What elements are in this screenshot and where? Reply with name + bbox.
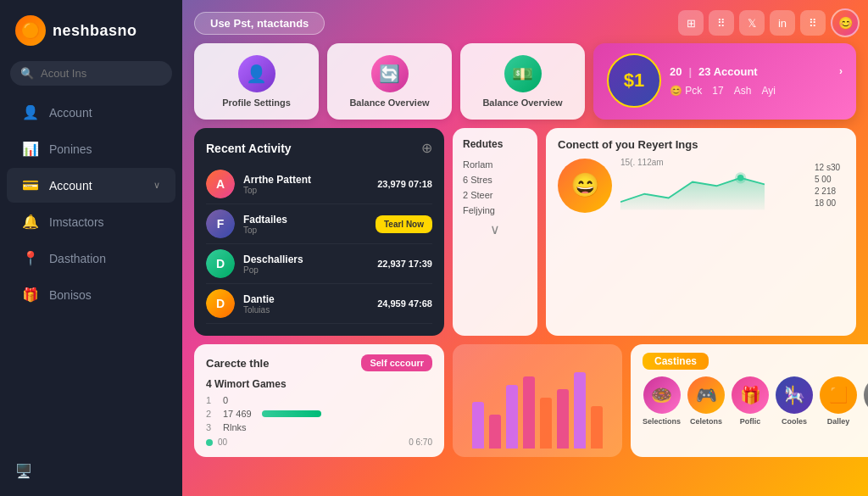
dots-icon-btn[interactable]: ⠿ — [800, 10, 826, 36]
activity-name-4: Dantie — [243, 293, 369, 305]
quick-card-profile[interactable]: 👤 Profile Settings — [194, 43, 319, 120]
bar-0 — [472, 402, 484, 449]
bonisos-icon: 🎁 — [22, 287, 39, 303]
trc-numbers: 20 | 23 Account › — [670, 65, 843, 78]
recent-activity-card: Recent Activity ⊕ A Arrthe Pattent Top 2… — [194, 128, 444, 336]
sidebar-item-account1[interactable]: 👤 Account — [7, 95, 175, 130]
connect-card: Conectt of you Reyert Ings 😄 15(. 112am — [546, 128, 856, 336]
sidebar: 🟠 neshbasno 🔍 👤 Account 📊 Ponines 💳 Acco… — [0, 0, 182, 496]
activity-info-2: Fadtailes Top — [243, 214, 367, 235]
apps-icon-btn[interactable]: ⠿ — [709, 10, 734, 36]
imstactors-icon: 🔔 — [22, 214, 39, 230]
search-input[interactable] — [41, 67, 162, 80]
sidebar-item-ponines[interactable]: 📊 Ponines — [7, 131, 175, 166]
trc-divider: | — [688, 65, 692, 78]
bottom-icon: 🖥️ — [15, 463, 32, 479]
castines-item-poflic[interactable]: 🎁 Poflic — [732, 376, 769, 426]
main-header: ⊞ ⠿ 𝕏 in ⠿ 😊 — [678, 8, 860, 37]
castines-item-dalley[interactable]: 🟧 Dalley — [820, 376, 857, 426]
activity-item-3: D Deschalliers Pop 22,937 17:39 — [206, 244, 432, 284]
wimort-footer: 00 0 6:70 — [206, 437, 432, 447]
redutes-more[interactable]: ∨ — [463, 221, 527, 237]
activity-amount-4: 24,959 47:68 — [377, 298, 432, 309]
grid-icon-btn[interactable]: ⊞ — [678, 10, 704, 36]
balance2-icon: 💵 — [504, 55, 542, 92]
sidebar-item-label: Dasthation — [49, 252, 106, 265]
trc-sub-ash: Ash — [734, 85, 752, 97]
chevron-right-icon[interactable]: › — [839, 65, 843, 77]
logo-icon: 🟠 — [15, 15, 46, 46]
sidebar-bottom[interactable]: 🖥️ — [0, 454, 182, 488]
activity-amount-3: 22,937 17:39 — [377, 259, 432, 269]
middle-row: Recent Activity ⊕ A Arrthe Pattent Top 2… — [194, 128, 856, 336]
activity-info-3: Deschalliers Pop — [243, 254, 369, 275]
activity-settings-icon[interactable]: ⊕ — [421, 140, 432, 156]
trc-info: 20 | 23 Account › 😊 Pck 17 Ash Ayi — [670, 65, 843, 97]
sidebar-nav: 👤 Account 📊 Ponines 💳 Account ∨ 🔔 Imstac… — [0, 94, 182, 454]
linkedin-icon-btn[interactable]: in — [770, 10, 795, 36]
wimort-num-2: 2 — [206, 409, 218, 419]
sidebar-item-imstactors[interactable]: 🔔 Imstactors — [7, 204, 175, 239]
redutes-item-1[interactable]: Rorlam — [463, 157, 527, 172]
activity-sub-3: Pop — [243, 265, 369, 275]
user-avatar[interactable]: 😊 — [831, 8, 860, 37]
footer-left: 00 — [218, 437, 227, 447]
green-dot-icon — [206, 439, 213, 446]
main-content: ⊞ ⠿ 𝕏 in ⠿ 😊 Use Pst, ntactands 👤 Profil… — [182, 0, 868, 496]
redutes-card: Redutes Rorlam 6 Stres 2 Steer Feljying … — [453, 128, 537, 336]
sidebar-item-dasthation[interactable]: 📍 Dasthation — [7, 241, 175, 276]
castines-item-scard[interactable]: 🛍️ Scard — [864, 376, 868, 426]
avatar-1: A — [206, 170, 235, 198]
wimort-num-1: 1 — [206, 395, 218, 405]
quick-card-balance1[interactable]: 🔄 Balance Overview — [327, 43, 452, 120]
redutes-item-3[interactable]: 2 Steer — [463, 187, 527, 203]
connect-chart-area: 15(. 112am — [620, 158, 806, 213]
connect-title: Conectt of you Reyert Ings — [558, 138, 844, 151]
castines-item-celetons[interactable]: 🎮 Celetons — [687, 376, 725, 426]
quick-card-profile-label: Profile Settings — [222, 98, 291, 108]
quick-card-balance2[interactable]: 💵 Balance Overview — [460, 43, 585, 120]
wimort-num-3: 3 — [206, 422, 218, 432]
castines-icon-selections: 🍩 — [643, 376, 681, 414]
castines-label-dalley: Dalley — [827, 417, 850, 426]
sidebar-item-label: Imstactors — [49, 215, 104, 229]
redutes-item-4[interactable]: Feljying — [463, 203, 527, 218]
trc-count2: 23 Account — [698, 65, 758, 78]
recent-activity-header: Recent Activity ⊕ — [206, 140, 432, 156]
bar-1 — [489, 415, 501, 449]
bottom-row: Carecte thle Self cccourr 4 Wimort Games… — [194, 344, 856, 457]
castines-item-selections[interactable]: 🍩 Selections — [643, 376, 681, 426]
search-bar[interactable]: 🔍 — [10, 61, 172, 86]
bar-7 — [591, 406, 603, 449]
sidebar-item-account2[interactable]: 💳 Account ∨ — [7, 168, 175, 203]
castines-title: Castines — [643, 353, 709, 370]
quick-card-balance1-label: Balance Overview — [349, 98, 429, 108]
sidebar-item-bonisos[interactable]: 🎁 Bonisos — [7, 277, 175, 312]
castines-icon-cooles: 🎠 — [776, 376, 813, 414]
logo-text: neshbasno — [53, 22, 137, 40]
tearl-now-button[interactable]: Tearl Now — [376, 215, 432, 233]
trc-count1: 20 — [670, 65, 682, 78]
castines-item-cooles[interactable]: 🎠 Cooles — [776, 376, 813, 426]
quick-card-balance2-label: Balance Overview — [482, 98, 562, 108]
bar-3 — [523, 376, 535, 449]
wimort-row-2: 2 17 469 — [206, 407, 432, 421]
self-cccourr-button[interactable]: Self cccourr — [361, 354, 432, 371]
activity-info-1: Arrthe Pattent Top — [243, 174, 369, 195]
wimort-row-1: 1 0 — [206, 393, 432, 407]
trc-sub-ayi: Ayi — [761, 85, 775, 97]
activity-sub-2: Top — [243, 226, 367, 235]
connect-val-4: 18 00 — [815, 198, 844, 208]
wimort-row2-label: 17 469 — [223, 409, 252, 419]
activity-name-2: Fadtailes — [243, 214, 367, 226]
twitter-icon-btn[interactable]: 𝕏 — [739, 10, 765, 36]
sidebar-item-label: Account — [49, 106, 92, 120]
logo: 🟠 neshbasno — [0, 0, 182, 58]
castines-body: 🍩 Selections 🎮 Celetons 🎁 Poflic 🎠 Coole… — [643, 376, 868, 426]
balance1-icon: 🔄 — [371, 55, 409, 92]
redutes-item-2[interactable]: 6 Stres — [463, 172, 527, 187]
castines-label-selections: Selections — [643, 417, 681, 426]
activity-item-1: A Arrthe Pattent Top 23,979 07:18 — [206, 164, 432, 204]
activity-sub-4: Toluias — [243, 305, 369, 315]
trc-sub-pck: 😊 Pck — [670, 85, 702, 97]
